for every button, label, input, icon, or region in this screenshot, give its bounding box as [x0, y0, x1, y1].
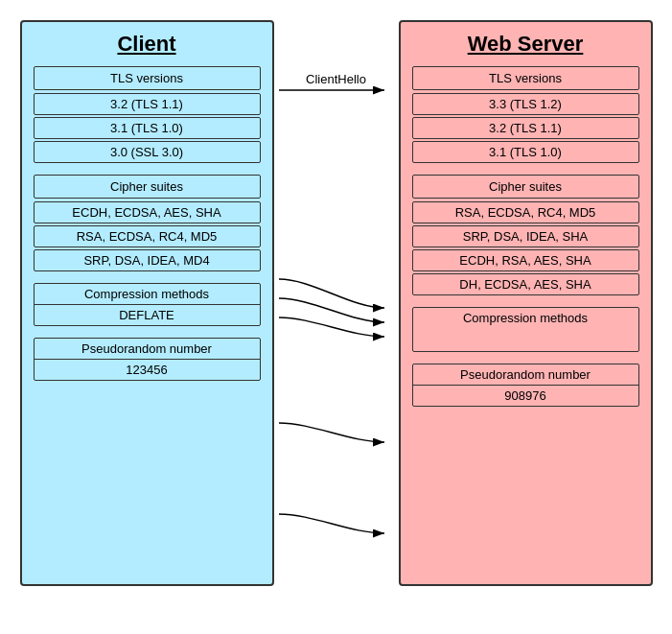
client-tls-label: TLS versions [34, 66, 261, 90]
server-compression-box: Compression methods [412, 307, 639, 352]
client-compression-section: Compression methods DEFLATE [34, 283, 261, 326]
client-compression-box: Compression methods DEFLATE [34, 283, 261, 326]
client-pseudorandom-label: Pseudorandom number [35, 339, 260, 359]
client-tls-v3: 3.0 (SSL 3.0) [34, 141, 261, 163]
client-tls-v2: 3.1 (TLS 1.0) [34, 117, 261, 139]
server-cipher-s2: SRP, DSA, IDEA, SHA [412, 225, 639, 247]
arrows-svg [274, 20, 399, 586]
client-pseudorandom-value: 123456 [35, 359, 260, 380]
client-cipher-section: Cipher suites ECDH, ECDSA, AES, SHA RSA,… [34, 175, 261, 271]
client-title: Client [34, 32, 261, 57]
server-tls-v3: 3.1 (TLS 1.0) [412, 141, 639, 163]
server-panel: Web Server TLS versions 3.3 (TLS 1.2) 3.… [399, 20, 653, 586]
server-cipher-s1: RSA, ECDSA, RC4, MD5 [412, 201, 639, 223]
arrows-area: ClientHello [274, 20, 399, 586]
server-tls-label: TLS versions [412, 66, 639, 90]
server-title: Web Server [412, 32, 639, 57]
client-cipher-s1: ECDH, ECDSA, AES, SHA [34, 201, 261, 223]
server-pseudorandom-value: 908976 [413, 385, 638, 406]
server-tls-section: TLS versions 3.3 (TLS 1.2) 3.2 (TLS 1.1)… [412, 66, 639, 163]
server-pseudorandom-label: Pseudorandom number [413, 364, 638, 385]
client-compression-label: Compression methods [35, 284, 260, 304]
server-pseudorandom-box: Pseudorandom number 908976 [412, 364, 639, 407]
server-pseudorandom-section: Pseudorandom number 908976 [412, 364, 639, 407]
client-pseudorandom-box: Pseudorandom number 123456 [34, 338, 261, 381]
client-tls-section: TLS versions 3.2 (TLS 1.1) 3.1 (TLS 1.0)… [34, 66, 261, 163]
server-cipher-label: Cipher suites [412, 175, 639, 199]
client-pseudorandom-section: Pseudorandom number 123456 [34, 338, 261, 381]
server-cipher-s4: DH, ECDSA, AES, SHA [412, 273, 639, 295]
client-cipher-s3: SRP, DSA, IDEA, MD4 [34, 249, 261, 271]
client-cipher-label: Cipher suites [34, 175, 261, 199]
client-tls-v1: 3.2 (TLS 1.1) [34, 93, 261, 115]
server-cipher-s3: ECDH, RSA, AES, SHA [412, 249, 639, 271]
diagram: Client TLS versions 3.2 (TLS 1.1) 3.1 (T… [11, 11, 662, 624]
server-tls-v2: 3.2 (TLS 1.1) [412, 117, 639, 139]
server-cipher-section: Cipher suites RSA, ECDSA, RC4, MD5 SRP, … [412, 175, 639, 295]
server-compression-label: Compression methods [413, 308, 638, 328]
client-panel: Client TLS versions 3.2 (TLS 1.1) 3.1 (T… [20, 20, 274, 586]
server-tls-v1: 3.3 (TLS 1.2) [412, 93, 639, 115]
client-compression-value: DEFLATE [35, 304, 260, 325]
server-compression-section: Compression methods [412, 307, 639, 352]
client-cipher-s2: RSA, ECDSA, RC4, MD5 [34, 225, 261, 247]
